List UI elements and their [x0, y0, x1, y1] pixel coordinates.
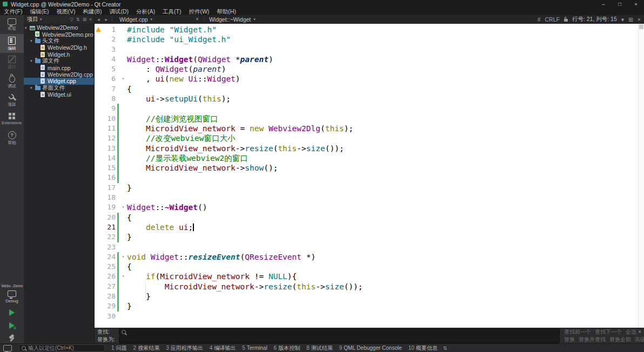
mode-projects[interactable]: 项目 [0, 91, 24, 110]
code-text[interactable]: Widget::Widget(QWidget *parent) [127, 55, 644, 64]
close-findbar-icon[interactable]: × [638, 329, 641, 335]
locator-input[interactable]: 输入以定位(Ctrl+K) [19, 344, 105, 351]
output-pane[interactable]: 8测试结果 [303, 344, 336, 352]
line-number[interactable]: 18 [103, 193, 117, 202]
line-number[interactable]: 13 [103, 144, 117, 153]
code-text[interactable] [127, 193, 644, 202]
code-text[interactable]: } [127, 301, 644, 311]
split-icon[interactable]: ⊞ [83, 17, 86, 22]
replace-bar-button[interactable]: 替换并查找 [579, 336, 606, 343]
code-text[interactable] [127, 242, 644, 252]
chevron-down-icon[interactable]: ▾ [40, 17, 42, 22]
find-input[interactable] [128, 329, 559, 335]
more-icon[interactable]: ▾ [621, 16, 624, 23]
tree-item[interactable]: +Webview2Dlg.cpp [24, 71, 94, 78]
line-number[interactable]: 23 [103, 242, 117, 252]
line-number[interactable]: 7 [103, 84, 117, 94]
line-number[interactable]: 26 [103, 272, 117, 281]
close-button[interactable]: × [628, 0, 644, 8]
output-pane[interactable]: 4编译输出 [206, 344, 239, 352]
output-pane[interactable]: 1问题 [108, 344, 130, 352]
line-number[interactable]: 16 [103, 173, 117, 182]
tree-item[interactable]: hWidget.h [24, 51, 94, 58]
fold-marker-icon[interactable]: ▾ [119, 202, 127, 212]
line-number[interactable]: 8 [103, 94, 117, 104]
mode-help[interactable]: 帮助 [0, 128, 24, 147]
output-pane[interactable]: 5Terminal [239, 345, 270, 351]
close-icon[interactable]: × [89, 17, 92, 22]
find-bar-button[interactable]: 查找前一个 [564, 328, 591, 336]
find-bar-button[interactable]: 查找下一个 [595, 328, 622, 336]
line-ending-indicator[interactable]: CRLF [545, 16, 559, 23]
code-text[interactable]: void Widget::resizeEvent(QResizeEvent *) [127, 252, 644, 262]
debug-run-button[interactable] [8, 322, 16, 329]
replace-bar-button[interactable]: 替换全部 [609, 336, 631, 343]
mode-welcome[interactable]: 欢迎 [0, 15, 24, 34]
mode-extensions[interactable]: Extensions [0, 110, 24, 128]
tree-item[interactable]: ▾界面文件 [24, 85, 94, 91]
code-text[interactable]: if(MicroidView_network != NULL){ [127, 272, 644, 281]
output-pane[interactable]: 2搜索结果 [130, 344, 163, 352]
maximize-button[interactable]: □ [612, 0, 628, 8]
code-text[interactable]: delete ui; [127, 222, 644, 232]
close-document-icon[interactable]: × [192, 16, 202, 22]
expand-arrow-icon[interactable]: ▾ [30, 86, 32, 90]
menu-item[interactable]: 编辑(E) [26, 8, 52, 15]
code-text[interactable]: //创建浏览视图窗口 [127, 114, 644, 124]
kit-selector[interactable]: Webv...DemoDebug [0, 283, 24, 343]
line-number[interactable]: 22 [103, 232, 117, 242]
output-toggle-icon[interactable] [3, 345, 12, 351]
line-number[interactable]: 21 [103, 222, 117, 232]
code-text[interactable]: { [127, 213, 644, 222]
split-editor-icon[interactable]: ⊞ [628, 16, 633, 23]
tree-item[interactable]: ▾头文件 [24, 38, 94, 44]
output-pane[interactable]: 9QML Debugger Console [336, 345, 405, 351]
line-number[interactable]: 10 [103, 114, 117, 124]
panes-toggle-icon[interactable]: ⇅ [441, 346, 450, 351]
fold-marker-icon[interactable]: ▾ [119, 252, 127, 262]
mode-debug[interactable]: 调试 [0, 72, 24, 91]
back-icon[interactable]: ◂ [95, 17, 103, 22]
menu-item[interactable]: 文件(F) [0, 8, 26, 15]
line-number[interactable]: 3 [103, 45, 117, 55]
code-text[interactable]: #include "Widget.h" [127, 25, 644, 35]
run-button[interactable] [8, 309, 16, 316]
code-text[interactable]: MicroidView_network->resize(this->size()… [127, 144, 644, 153]
tree-item[interactable]: +main.cpp [24, 64, 94, 71]
menu-item[interactable]: 调试(D) [105, 8, 132, 15]
code-text[interactable]: } [127, 232, 644, 242]
mode-edit[interactable]: 编辑 [0, 34, 24, 53]
menu-item[interactable]: 工具(T) [159, 8, 185, 15]
symbol-dropdown[interactable]: Widget::~Widget ▾ [209, 16, 256, 23]
code-text[interactable]: { [127, 84, 644, 94]
tree-item[interactable]: uWidget.ui [24, 91, 94, 98]
line-number[interactable]: 9 [103, 104, 117, 113]
sidebar-pane-title[interactable]: 项目 [27, 16, 38, 23]
replace-input[interactable] [122, 337, 559, 343]
code-text[interactable]: //改变webview窗口大小 [127, 133, 644, 143]
line-number[interactable]: 6 [103, 74, 117, 84]
tree-item[interactable]: ▾源文件 [24, 58, 94, 64]
code-text[interactable] [127, 45, 644, 55]
editor-scrollbar[interactable] [638, 24, 644, 328]
code-text[interactable] [127, 104, 644, 113]
line-number[interactable]: 1 [103, 25, 117, 35]
line-number[interactable]: 11 [103, 124, 117, 133]
output-pane[interactable]: 10概要信息 [405, 344, 441, 352]
line-number[interactable]: 20 [103, 213, 117, 222]
line-number[interactable]: 2 [103, 35, 117, 44]
close-split-icon[interactable]: × [638, 16, 641, 23]
expand-arrow-icon[interactable]: ▾ [30, 59, 32, 63]
code-text[interactable]: MicroidView_network->resize(this->size()… [127, 282, 644, 292]
replace-bar-button[interactable]: 替换 [564, 336, 575, 343]
line-number[interactable]: 30 [103, 312, 117, 321]
code-text[interactable]: //显示装载webview2的窗口 [127, 153, 644, 163]
line-number[interactable]: 12 [103, 133, 117, 143]
code-text[interactable]: } [127, 183, 644, 193]
find-bar-button[interactable]: 全选 [626, 328, 636, 336]
menu-item[interactable]: 构建(B) [79, 8, 105, 15]
hash-icon[interactable]: # [538, 16, 541, 23]
line-number[interactable]: 5 [103, 64, 117, 74]
code-text[interactable]: MicroidView_network->show(); [127, 163, 644, 173]
fold-marker-icon[interactable]: ▾ [119, 272, 127, 281]
